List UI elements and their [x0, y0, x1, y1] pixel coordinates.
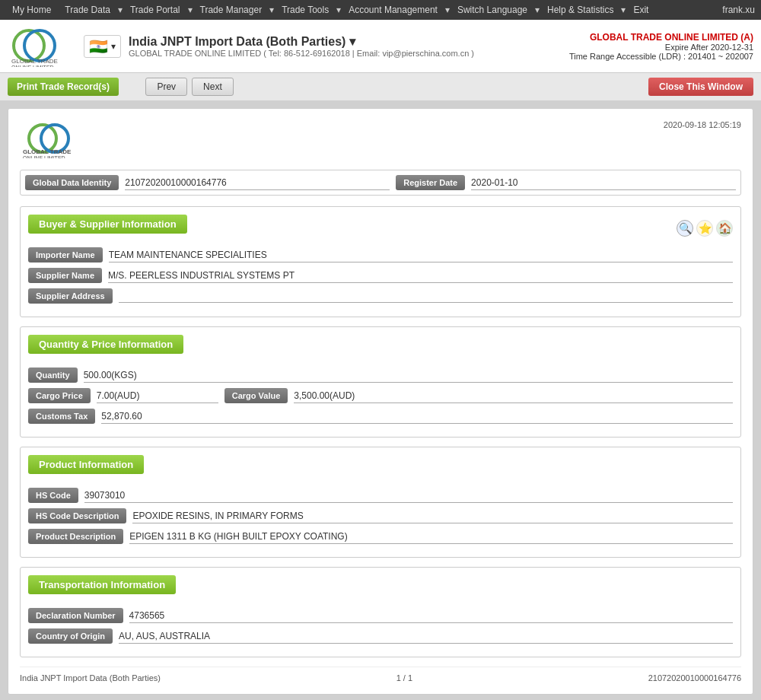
quantity-price-title: Quantity & Price Information [28, 335, 183, 354]
expire-text: Expire After 2020-12-31 [569, 43, 753, 52]
hs-code-row: HS Code 39073010 [28, 488, 733, 503]
importer-row: Importer Name TEAM MAINTENANCE SPECIALIT… [28, 247, 733, 262]
nav-trade-portal[interactable]: Trade Portal [124, 2, 186, 18]
top-navigation: My Home Trade Data ▾ Trade Portal ▾ Trad… [0, 0, 761, 20]
footer-record-id: 21072020010000164776 [648, 673, 741, 682]
quantity-label: Quantity [28, 368, 78, 383]
company-logo: GLOBAL TRADE ONLINE LIMITED [8, 25, 76, 67]
nav-my-home[interactable]: My Home [6, 2, 57, 18]
buyer-supplier-header: Buyer & Supplier Information 🔍 ⭐ 🏠 [28, 215, 733, 241]
buyer-supplier-section: Buyer & Supplier Information 🔍 ⭐ 🏠 Impor… [20, 206, 741, 317]
header-subtitle: GLOBAL TRADE ONLINE LIMITED ( Tel: 86-51… [129, 49, 474, 58]
country-value: AU, AUS, AUSTRALIA [119, 629, 733, 644]
transportation-section: Transportation Information Declaration N… [20, 567, 741, 657]
page-title-text: India JNPT Import Data (Both Parties) [129, 35, 345, 48]
hs-desc-label: HS Code Description [28, 508, 126, 523]
transportation-title-row: Transportation Information [28, 575, 733, 602]
svg-text:GLOBAL TRADE: GLOBAL TRADE [23, 148, 72, 155]
product-desc-value: EPIGEN 1311 B KG (HIGH BUILT EPOXY COATI… [129, 530, 733, 544]
cargo-price-label: Cargo Price [28, 388, 91, 403]
user-info: frank.xu [722, 5, 755, 15]
hs-desc-value: EPOXIDE RESINS, IN PRIMARY FORMS [132, 509, 733, 523]
importer-value: TEAM MAINTENANCE SPECIALITIES [109, 248, 733, 262]
supplier-value: M/S. PEERLESS INDUSTRIAL SYSTEMS PT [108, 269, 733, 283]
time-range: Time Range Accessible (LDR) : 201401 ~ 2… [569, 52, 753, 61]
nav-items-left: My Home Trade Data ▾ Trade Portal ▾ Trad… [6, 2, 654, 18]
global-data-label: Global Data Identity [25, 175, 119, 190]
global-data-value: 21072020010000164776 [125, 176, 390, 190]
india-flag: 🇮🇳 [89, 37, 108, 56]
cargo-value-value: 3,500.00(AUD) [294, 389, 733, 403]
next-button-top[interactable]: Next [192, 78, 234, 96]
quantity-price-title-row: Quantity & Price Information [28, 335, 733, 361]
search-icon[interactable]: 🔍 [677, 220, 693, 237]
quantity-row: Quantity 500.00(KGS) [28, 368, 733, 383]
nav-trade-manager[interactable]: Trade Manager [194, 2, 269, 18]
flag-dropdown-arrow: ▾ [111, 41, 116, 52]
supplier-address-value [119, 289, 733, 303]
quantity-price-section: Quantity & Price Information Quantity 50… [20, 326, 741, 438]
register-date-label: Register Date [396, 175, 465, 190]
nav-trade-data[interactable]: Trade Data [59, 2, 116, 18]
icons-group: 🔍 ⭐ 🏠 [677, 220, 733, 237]
hs-code-label: HS Code [28, 488, 78, 503]
nav-exit[interactable]: Exit [627, 2, 654, 18]
header-title-area: India JNPT Import Data (Both Parties) ▾ … [129, 34, 474, 58]
header-bar: GLOBAL TRADE ONLINE LIMITED 🇮🇳 ▾ India J… [0, 20, 761, 73]
customs-tax-label: Customs Tax [28, 409, 95, 424]
company-name: GLOBAL TRADE ONLINE LIMITED (A) [569, 32, 753, 43]
nav-account-management[interactable]: Account Management [342, 2, 444, 18]
record-card: GLOBAL TRADE ONLINE LIMITED 2020-09-18 1… [8, 108, 753, 695]
nav-switch-language[interactable]: Switch Language [451, 2, 533, 18]
product-section: Product Information HS Code 39073010 HS … [20, 447, 741, 558]
home-icon[interactable]: 🏠 [716, 220, 733, 237]
svg-text:ONLINE LIMITED: ONLINE LIMITED [11, 65, 54, 67]
action-bar-top: Print Trade Record(s) Prev Next Close Th… [0, 73, 761, 100]
main-content: GLOBAL TRADE ONLINE LIMITED 2020-09-18 1… [0, 100, 761, 700]
transportation-title: Transportation Information [28, 575, 176, 594]
svg-text:ONLINE LIMITED: ONLINE LIMITED [23, 155, 65, 158]
flag-selector[interactable]: 🇮🇳 ▾ [84, 35, 121, 58]
card-logo-svg: GLOBAL TRADE ONLINE LIMITED [20, 120, 119, 158]
logo-area: GLOBAL TRADE ONLINE LIMITED [8, 25, 76, 67]
product-desc-row: Product Description EPIGEN 1311 B KG (HI… [28, 529, 733, 544]
customs-tax-row: Customs Tax 52,870.60 [28, 409, 733, 424]
page-title: India JNPT Import Data (Both Parties) ▾ [129, 34, 474, 49]
declaration-label: Declaration Number [28, 608, 123, 623]
customs-tax-value: 52,870.60 [101, 409, 733, 424]
header-right: GLOBAL TRADE ONLINE LIMITED (A) Expire A… [569, 32, 753, 61]
hs-code-value: 39073010 [84, 488, 733, 503]
footer-left: India JNPT Import Data (Both Parties) [20, 673, 161, 682]
product-title: Product Information [28, 455, 144, 474]
country-row: Country of Origin AU, AUS, AUSTRALIA [28, 628, 733, 644]
supplier-row: Supplier Name M/S. PEERLESS INDUSTRIAL S… [28, 268, 733, 283]
action-left: Print Trade Record(s) Prev Next [8, 78, 234, 96]
quantity-value: 500.00(KGS) [84, 368, 733, 383]
cargo-price-value: 7.00(AUD) [97, 389, 218, 403]
hs-desc-row: HS Code Description EPOXIDE RESINS, IN P… [28, 508, 733, 523]
print-button-top[interactable]: Print Trade Record(s) [8, 78, 119, 96]
supplier-label: Supplier Name [28, 268, 102, 283]
star-icon[interactable]: ⭐ [696, 220, 713, 237]
identity-row: Global Data Identity 2107202001000016477… [20, 170, 741, 196]
action-right-top: Close This Window [648, 78, 753, 96]
cargo-price-row: Cargo Price 7.00(AUD) Cargo Value 3,500.… [28, 388, 733, 403]
header-left: GLOBAL TRADE ONLINE LIMITED 🇮🇳 ▾ India J… [8, 25, 474, 67]
register-date-value: 2020-01-10 [471, 176, 736, 190]
country-label: Country of Origin [28, 628, 113, 644]
product-title-row: Product Information [28, 455, 733, 482]
title-dropdown-arrow[interactable]: ▾ [349, 35, 355, 48]
card-footer: India JNPT Import Data (Both Parties) 1 … [20, 667, 741, 682]
supplier-address-label: Supplier Address [28, 288, 113, 304]
card-timestamp: 2020-09-18 12:05:19 [664, 120, 741, 129]
nav-trade-tools[interactable]: Trade Tools [275, 2, 335, 18]
nav-help-statistics[interactable]: Help & Statistics [541, 2, 619, 18]
svg-text:GLOBAL TRADE: GLOBAL TRADE [11, 58, 58, 65]
card-logo: GLOBAL TRADE ONLINE LIMITED [20, 120, 119, 161]
prev-button-top[interactable]: Prev [145, 78, 187, 96]
close-button-top[interactable]: Close This Window [648, 78, 753, 96]
cargo-value-label: Cargo Value [224, 388, 288, 403]
declaration-row: Declaration Number 4736565 [28, 608, 733, 623]
supplier-address-row: Supplier Address [28, 288, 733, 304]
footer-page-info: 1 / 1 [396, 673, 412, 682]
